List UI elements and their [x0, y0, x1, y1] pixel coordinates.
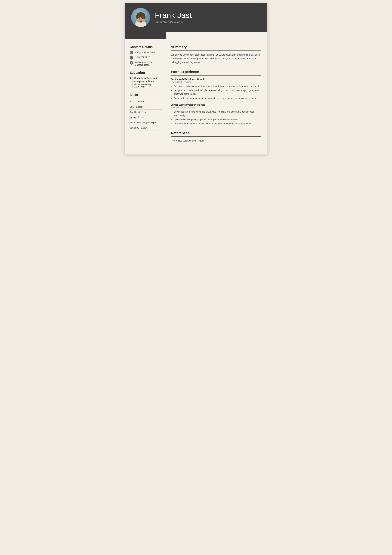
sidebar: Contact Details frankjast@gmail.com	[125, 42, 166, 154]
job-title: Junior Web Developer, Google	[171, 78, 261, 80]
skill-item: JavaScript - Expert	[130, 110, 162, 115]
phone-icon	[130, 56, 133, 59]
contact-section-title: Contact Details	[130, 45, 162, 49]
skills-section: Skills HTML - ExpertCSS - ExpertJavaScri…	[130, 93, 162, 131]
references-section: References References available upon req…	[171, 131, 261, 143]
skill-item: CSS - Expert	[130, 104, 162, 110]
svg-point-12	[139, 18, 140, 19]
svg-point-14	[138, 20, 143, 23]
main-content: Summary Junior Web Developer experienced…	[166, 42, 267, 154]
skill-item: Bootstrap - Expert	[130, 125, 162, 131]
email-icon	[130, 51, 133, 54]
header: Frank Jast Junior Web Developer	[125, 3, 267, 32]
edu-institution: Harvard University	[134, 83, 162, 86]
skills-list: HTML - ExpertCSS - ExpertJavaScript - Ex…	[130, 99, 162, 131]
job-item-0: Junior Web Developer, GoogleMarch 2023 -…	[171, 78, 261, 100]
job-bullet-item: Collaborated with cross-functional teams…	[174, 96, 261, 100]
job-bullets: Developed interactive web page prototype…	[171, 110, 261, 125]
job-bullet-item: Developed and implemented user-friendly …	[174, 84, 261, 88]
jobs-list: Junior Web Developer, GoogleMarch 2023 -…	[171, 78, 261, 125]
svg-marker-15	[125, 32, 166, 39]
job-bullets: Developed and implemented user-friendly …	[171, 84, 261, 100]
edu-dates: 2017 - 2021	[134, 86, 162, 88]
work-experience-section: Work Experience Junior Web Developer, Go…	[171, 70, 261, 125]
resume-container: Frank Jast Junior Web Developer Contact …	[125, 3, 267, 154]
references-text: References available upon request	[171, 139, 261, 143]
edu-bullet	[130, 77, 131, 79]
summary-section: Summary Junior Web Developer experienced…	[171, 45, 261, 64]
education-section-title: Education	[130, 71, 162, 74]
education-section: Education Bachelor of Science in Compute…	[130, 71, 162, 88]
contact-email-item: frankjast@gmail.com	[130, 51, 162, 54]
contact-section: Contact Details frankjast@gmail.com	[130, 45, 162, 66]
references-title: References	[171, 131, 261, 137]
header-text: Frank Jast Junior Web Developer	[155, 11, 192, 24]
edu-content: Bachelor of Science in Computer Science …	[133, 77, 162, 88]
job-bullet-item: Optimized existing web pages for better …	[174, 118, 261, 121]
location-icon	[130, 61, 133, 65]
svg-point-17	[131, 63, 132, 63]
job-dates: May 2021 - February 2023	[171, 106, 261, 109]
summary-text: Junior Web Developer experienced in HTML…	[171, 53, 261, 64]
job-item-1: Junior Web Developer, GoogleMay 2021 - F…	[171, 103, 261, 125]
education-item: Bachelor of Science in Computer Science …	[130, 77, 162, 88]
job-bullet-item: Created and maintained technical documen…	[174, 122, 261, 125]
svg-rect-16	[131, 52, 132, 53]
candidate-name: Frank Jast	[155, 11, 192, 20]
skill-item: Responsive Design - Expert	[130, 120, 162, 125]
skill-item: HTML - Expert	[130, 99, 162, 104]
summary-title: Summary	[171, 45, 261, 51]
work-experience-title: Work Experience	[171, 70, 261, 75]
job-bullet-item: Developed interactive web page prototype…	[174, 110, 261, 117]
candidate-title: Junior Web Developer	[155, 21, 192, 24]
skills-section-title: Skills	[130, 93, 162, 97]
job-dates: March 2023 - Present	[171, 81, 261, 83]
svg-point-13	[142, 18, 143, 19]
job-bullet-item: Designed and maintained multiple website…	[174, 89, 261, 96]
skill-item: jQuery - Expert	[130, 115, 162, 120]
phone-value: (104) 771 2717	[135, 56, 150, 58]
address-value: Xaviertown, 85798, Massachusetts	[135, 61, 154, 66]
edu-degree: Bachelor of Science in Computer Science	[134, 77, 162, 83]
body: Contact Details frankjast@gmail.com	[125, 39, 267, 154]
contact-phone-item: (104) 771 2717	[130, 56, 162, 59]
job-title: Junior Web Developer, Google	[171, 103, 261, 106]
avatar	[131, 8, 150, 27]
email-value[interactable]: frankjast@gmail.com	[135, 51, 156, 53]
contact-address-item: Xaviertown, 85798, Massachusetts	[130, 61, 162, 66]
